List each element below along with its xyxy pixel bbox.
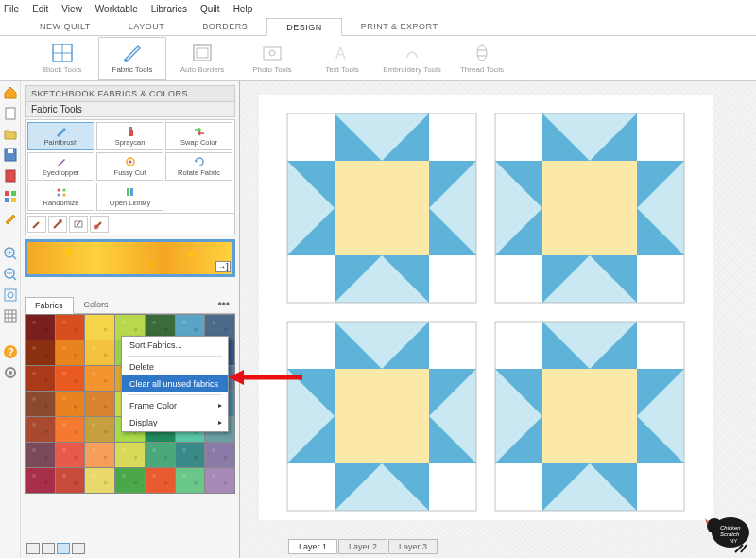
mini-tool-1[interactable]	[27, 216, 46, 233]
svg-rect-16	[5, 191, 9, 196]
fabric-swatch[interactable]	[56, 392, 85, 416]
cm-sort-fabrics[interactable]: Sort Fabrics...	[122, 337, 228, 354]
fabric-swatch[interactable]	[56, 443, 85, 467]
svg-rect-5	[197, 48, 208, 58]
sketchbook-icon[interactable]	[3, 168, 18, 183]
gear-icon[interactable]	[3, 365, 18, 380]
tab-layout[interactable]: LAYOUT	[110, 17, 183, 35]
view-mode-row	[26, 543, 85, 554]
open-icon[interactable]	[3, 127, 18, 142]
fabric-swatch[interactable]	[205, 468, 234, 493]
fabric-swatch[interactable]	[56, 366, 85, 391]
menu-edit[interactable]: Edit	[32, 4, 48, 14]
layer-tab-1[interactable]: Layer 1	[288, 539, 337, 554]
palette-icon[interactable]	[3, 189, 18, 204]
tool-rotate-fabric[interactable]: Rotate Fabric	[165, 152, 232, 181]
tool-open-library[interactable]: Open Library	[96, 183, 163, 211]
fabric-swatch[interactable]	[85, 468, 114, 493]
tab-design[interactable]: DESIGN	[266, 18, 342, 36]
ribbon-tabs: NEW QUILT LAYOUT BORDERS DESIGN PRINT & …	[0, 17, 756, 36]
svg-point-43	[62, 189, 65, 192]
view-mode-4[interactable]	[72, 543, 85, 554]
ribbon-auto-borders[interactable]: Auto Borders	[168, 37, 236, 80]
tab-borders[interactable]: BORDERS	[183, 17, 266, 35]
menu-help[interactable]: Help	[233, 4, 253, 14]
home-icon[interactable]	[3, 85, 18, 100]
cm-frame-color[interactable]: Frame Color	[122, 397, 228, 414]
tool-randomize[interactable]: Randomize	[27, 183, 94, 211]
ribbon-text-tools[interactable]: AText Tools	[308, 37, 376, 80]
canvas-area[interactable]	[240, 81, 756, 558]
menu-worktable[interactable]: Worktable	[95, 4, 138, 14]
ribbon-fabric-tools[interactable]: Fabric Tools	[98, 37, 166, 80]
ribbon-photo-tools[interactable]: Photo Tools	[238, 37, 306, 80]
cm-delete[interactable]: Delete	[122, 358, 228, 375]
tool-fussy-cut[interactable]: Fussy Cut	[96, 152, 163, 181]
tool-paintbrush[interactable]: Paintbrush	[27, 122, 94, 150]
mini-tool-3[interactable]	[69, 216, 88, 233]
swatch-expand-icon[interactable]: →]	[215, 261, 231, 272]
grid-icon[interactable]	[3, 308, 18, 323]
new-icon[interactable]	[3, 106, 18, 121]
cm-clear-unused[interactable]: Clear all unused fabrics	[122, 375, 228, 392]
fabric-swatch[interactable]	[85, 443, 114, 467]
fabric-swatch[interactable]	[146, 443, 175, 467]
save-icon[interactable]	[3, 148, 18, 163]
fabric-swatch[interactable]	[85, 366, 114, 391]
current-fabric-swatch[interactable]: →]	[25, 239, 235, 277]
fabric-swatch[interactable]	[56, 417, 85, 442]
fabric-swatch[interactable]	[85, 417, 114, 442]
menu-file[interactable]: File	[4, 4, 19, 14]
view-mode-3[interactable]	[57, 543, 70, 554]
fabric-swatch[interactable]	[26, 417, 55, 442]
fabric-swatch[interactable]	[56, 468, 85, 493]
tool-eyedropper[interactable]: Eyedropper	[27, 152, 94, 181]
menu-libraries[interactable]: Libraries	[151, 4, 187, 14]
layer-tab-2[interactable]: Layer 2	[338, 539, 387, 554]
view-mode-1[interactable]	[26, 543, 40, 554]
fabric-swatch[interactable]	[56, 340, 85, 365]
fabric-swatch[interactable]	[26, 366, 55, 391]
svg-text:?: ?	[8, 346, 14, 357]
palette-menu-icon[interactable]: •••	[217, 298, 230, 311]
fabric-swatch[interactable]	[26, 392, 55, 416]
ribbon-embroidery-tools[interactable]: Embroidery Tools	[378, 37, 446, 80]
tool-swap-color[interactable]: Swap Color	[165, 122, 232, 150]
fabric-swatch[interactable]	[115, 468, 145, 493]
fabric-swatch[interactable]	[176, 468, 205, 493]
tab-print-export[interactable]: PRINT & EXPORT	[342, 17, 457, 35]
view-mode-2[interactable]	[42, 543, 55, 554]
svg-line-26	[13, 277, 16, 280]
help-icon[interactable]: ?	[3, 344, 18, 359]
menu-view[interactable]: View	[61, 4, 82, 14]
tab-new-quilt[interactable]: NEW QUILT	[21, 17, 110, 35]
cm-display[interactable]: Display	[122, 414, 228, 431]
fabric-swatch[interactable]	[85, 315, 114, 340]
tab-fabrics[interactable]: Fabrics	[25, 297, 74, 314]
tool-spraycan[interactable]: Spraycan	[96, 122, 163, 150]
menu-quilt[interactable]: Quilt	[200, 4, 220, 14]
mini-tool-2[interactable]	[48, 216, 67, 233]
fabric-swatch[interactable]	[205, 443, 234, 467]
zoom-in-icon[interactable]	[3, 246, 18, 261]
fabric-swatch[interactable]	[26, 340, 55, 365]
fabric-swatch[interactable]	[115, 443, 145, 467]
pencil-icon[interactable]	[3, 210, 18, 225]
fabric-swatch[interactable]	[176, 443, 205, 467]
mini-tool-4[interactable]	[90, 216, 109, 233]
fabric-swatch[interactable]	[85, 340, 114, 365]
fabric-swatch[interactable]	[26, 315, 55, 340]
svg-rect-12	[6, 108, 15, 119]
fabric-swatch[interactable]	[26, 443, 55, 467]
tab-colors[interactable]: Colors	[74, 296, 119, 313]
fabric-swatch[interactable]	[85, 392, 114, 416]
ribbon-block-tools[interactable]: Block Tools	[28, 37, 96, 80]
layer-tab-3[interactable]: Layer 3	[388, 539, 438, 554]
fabric-swatch[interactable]	[56, 315, 85, 340]
zoom-fit-icon[interactable]	[3, 288, 18, 303]
fabric-swatch[interactable]	[26, 468, 55, 493]
svg-rect-47	[130, 188, 133, 196]
ribbon-thread-tools[interactable]: Thread Tools	[448, 37, 516, 80]
zoom-out-icon[interactable]	[3, 267, 18, 282]
fabric-swatch[interactable]	[146, 468, 175, 493]
